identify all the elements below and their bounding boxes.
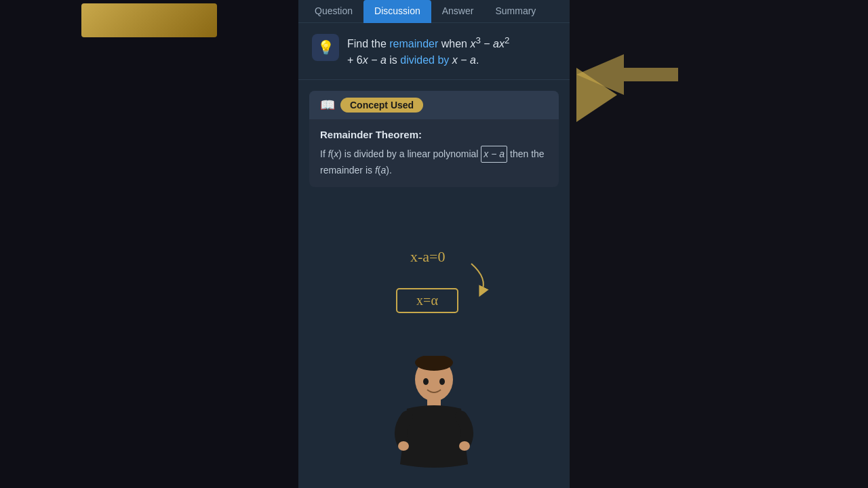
q-math: x3 − ax2	[470, 38, 509, 49]
person-svg	[393, 356, 475, 481]
right-eye	[439, 378, 445, 385]
right-panel	[570, 0, 868, 488]
q-line2: + 6x − a is	[347, 54, 400, 66]
question-area: 💡 Find the remainder when x3 − ax2 + 6x …	[298, 23, 570, 80]
book-icon: 📖	[320, 98, 335, 113]
tab-answer[interactable]: Answer	[431, 0, 485, 23]
question-text: Find the remainder when x3 − ax2 + 6x − …	[347, 34, 509, 68]
q-highlight-divided: divided by	[400, 54, 449, 66]
person-area	[298, 352, 570, 488]
theorem-prefix: If f(x) is divided by a linear polynomia…	[320, 148, 481, 159]
right-hand	[459, 441, 470, 451]
left-panel	[0, 0, 298, 488]
concept-body: Remainder Theorem: If f(x) is divided by…	[309, 119, 559, 187]
bulb-icon: 💡	[312, 34, 339, 61]
right-panel-svg	[570, 0, 868, 488]
person-figure	[393, 352, 475, 481]
annotation-arrow	[471, 264, 484, 292]
left-hand	[398, 441, 409, 451]
q-when: when	[438, 38, 470, 49]
concept-header: 📖 Concept Used	[309, 91, 559, 119]
equation2-text: x=α	[416, 293, 438, 308]
theorem-text: If f(x) is divided by a linear polynomia…	[320, 146, 548, 178]
left-arm	[401, 417, 407, 444]
tab-question[interactable]: Question	[304, 0, 363, 23]
math-drawing-area: x-a=0 x=α	[298, 198, 570, 352]
left-eye	[423, 378, 429, 385]
left-panel-decoration	[81, 3, 217, 37]
right-arm	[461, 417, 467, 444]
theorem-box: x − a	[481, 146, 507, 162]
math-svg: x-a=0 x=α	[298, 198, 570, 352]
q-end: x − a.	[449, 54, 479, 66]
concept-section: 📖 Concept Used Remainder Theorem: If f(x…	[309, 91, 559, 187]
arrow-decoration	[576, 54, 678, 95]
equation1-text: x-a=0	[410, 248, 446, 265]
left-panel-content	[0, 0, 298, 488]
tab-summary[interactable]: Summary	[484, 0, 547, 23]
q-highlight-remainder: remainder	[389, 38, 438, 49]
tab-discussion[interactable]: Discussion	[363, 0, 431, 23]
theorem-title: Remainder Theorem:	[320, 129, 548, 140]
q-prefix: Find the	[347, 38, 389, 49]
concept-badge: Concept Used	[340, 98, 423, 113]
center-panel: Question Discussion Answer Summary 💡 Fin…	[298, 0, 570, 488]
tab-bar: Question Discussion Answer Summary	[298, 0, 570, 23]
